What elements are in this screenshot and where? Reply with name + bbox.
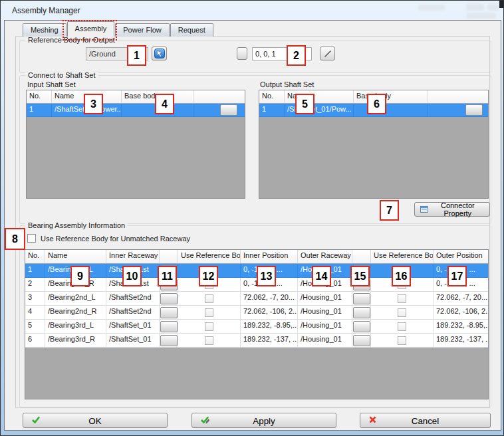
- table-row[interactable]: 1/ShaftSet1st/Power...: [27, 104, 245, 117]
- use-reference-outer-checkbox[interactable]: [398, 308, 406, 317]
- cell-name: /ShaftSet_01/Pow...: [285, 104, 354, 117]
- inner-raceway-browse-button[interactable]: [160, 265, 178, 276]
- use-reference-outer-checkbox[interactable]: [398, 294, 406, 303]
- table-row[interactable]: 6/Bearing3rd_R/ShaftSet_01189.232, -137,…: [25, 334, 488, 348]
- select-body-icon: [154, 49, 165, 58]
- cell-use-reference-inner: [178, 320, 241, 334]
- cancel-button[interactable]: Cancel: [360, 413, 491, 428]
- tab-request[interactable]: Request: [170, 23, 213, 37]
- table-row[interactable]: 3/Bearing2nd_L/ShaftSet2nd72.062, -7, 20…: [25, 292, 488, 306]
- cell-inner-browse: [160, 306, 178, 320]
- cell-name: /Bearing1st_R: [45, 278, 106, 292]
- cell-outer-browse: [352, 264, 371, 278]
- cell-outer-raceway: /Housing_01: [298, 334, 352, 348]
- column-header: No.: [27, 90, 52, 104]
- background-window-artifact: [487, 4, 499, 11]
- select-body-button[interactable]: [152, 47, 167, 60]
- column-header: Use Reference Body: [178, 250, 241, 264]
- cell-outer-browse: [352, 292, 371, 306]
- cell-name: /Bearing2nd_R: [45, 306, 106, 320]
- cell-inner-browse: [160, 334, 178, 348]
- row-browse-button[interactable]: [220, 104, 237, 116]
- table-row[interactable]: 2/Bearing1st_R/ShaftSet1st0, -105.3, ...…: [25, 278, 488, 292]
- cell-use-reference-outer: [371, 278, 434, 292]
- table-row[interactable]: 1/ShaftSet_01/Pow...: [259, 104, 488, 117]
- cell-use-reference-inner: [178, 264, 241, 278]
- use-reference-outer-checkbox[interactable]: [398, 267, 406, 275]
- table-row[interactable]: 4/Bearing2nd_R/ShaftSet2nd72.062, -106, …: [25, 306, 488, 320]
- use-reference-outer-checkbox[interactable]: [398, 322, 406, 331]
- outer-raceway-browse-button[interactable]: [353, 293, 370, 304]
- reference-body-input[interactable]: [86, 47, 148, 60]
- tab-meshing[interactable]: Meshing: [23, 23, 66, 37]
- cell-actions: [428, 104, 489, 117]
- cell-inner-raceway: /ShaftSet_01: [106, 320, 160, 334]
- column-header: No.: [259, 90, 285, 104]
- outer-raceway-browse-button[interactable]: [353, 265, 370, 276]
- inner-raceway-browse-button[interactable]: [160, 321, 178, 332]
- row-browse-button[interactable]: [465, 104, 483, 116]
- cell-outer-position: 72.062, -106, 2...: [434, 306, 489, 320]
- assembly-manager-window: Assembly Manager MeshingAssemblyPower Fl…: [0, 0, 504, 436]
- use-reference-inner-checkbox[interactable]: [205, 336, 213, 345]
- use-reference-inner-checkbox[interactable]: [205, 267, 213, 275]
- use-reference-inner-checkbox[interactable]: [205, 308, 213, 317]
- edit-vector-button[interactable]: [320, 47, 335, 60]
- titlebar[interactable]: Assembly Manager: [1, 1, 503, 20]
- cell-use-reference-inner: [178, 292, 241, 306]
- cell-inner-position: 0, -155.3, ...: [241, 264, 298, 278]
- cell-use-reference-inner: [178, 278, 241, 292]
- active-tab-highlight: [63, 20, 117, 41]
- use-reference-inner-checkbox[interactable]: [205, 294, 213, 303]
- tab-power-flow[interactable]: Power Flow: [115, 23, 169, 37]
- unmatched-raceway-checkbox[interactable]: [27, 234, 36, 243]
- cell-outer-browse: [352, 278, 371, 292]
- apply-button[interactable]: Apply: [191, 413, 336, 428]
- column-header: Base body: [354, 90, 428, 104]
- column-header: Inner Raceway: [106, 250, 160, 264]
- reference-vector-input[interactable]: [252, 47, 312, 60]
- cell-outer-position: 72.062, -7, 20...: [434, 292, 489, 306]
- column-header: No.: [25, 250, 45, 264]
- column-header: Name: [45, 250, 106, 264]
- inner-raceway-browse-button[interactable]: [160, 307, 178, 318]
- table-header-row: No.NameInner RacewayUse Reference BodyIn…: [25, 250, 488, 264]
- connector-property-label: Connector Property: [432, 201, 484, 217]
- cell-use-reference-inner: [178, 306, 241, 320]
- use-reference-outer-checkbox[interactable]: [398, 280, 406, 289]
- cell-inner-raceway: /ShaftSet1st: [106, 278, 160, 292]
- use-reference-inner-checkbox[interactable]: [205, 322, 213, 331]
- cell-inner-raceway: /ShaftSet2nd: [106, 292, 160, 306]
- input-shaft-set-label: Input Shaft Set: [27, 80, 76, 88]
- column-header: Outer Position: [434, 250, 489, 264]
- cell-inner-position: 189.232, -8.95,...: [241, 320, 298, 334]
- table-row[interactable]: 5/Bearing3rd_L/ShaftSet_01189.232, -8.95…: [25, 320, 488, 334]
- background-window-artifact: [467, 13, 496, 19]
- use-reference-outer-checkbox[interactable]: [398, 336, 406, 345]
- cell-outer-raceway: /Housing_01: [298, 306, 352, 320]
- column-header: Outer Raceway: [298, 250, 352, 264]
- inner-raceway-browse-button[interactable]: [160, 335, 178, 346]
- vector-toggle-button[interactable]: [237, 47, 247, 60]
- tab-bar: MeshingAssemblyPower FlowRequest: [23, 21, 214, 37]
- outer-raceway-browse-button[interactable]: [353, 279, 370, 290]
- outer-raceway-browse-button[interactable]: [353, 335, 370, 346]
- cell-outer-raceway: /Housing_01: [298, 320, 352, 334]
- inner-raceway-browse-button[interactable]: [160, 293, 178, 304]
- inner-raceway-browse-button[interactable]: [160, 279, 178, 290]
- cell-inner-raceway: /ShaftSet2nd: [106, 306, 160, 320]
- cell-inner-browse: [160, 320, 178, 334]
- table-row[interactable]: 1/Bearing1st_L/ShaftSet1st0, -155.3, ...…: [25, 264, 488, 278]
- use-reference-inner-checkbox[interactable]: [205, 280, 213, 289]
- cell-outer-position: 189.232, -137, ...: [434, 334, 489, 348]
- column-header: [352, 250, 371, 264]
- outer-raceway-browse-button[interactable]: [353, 321, 370, 332]
- cell-outer-browse: [352, 306, 371, 320]
- output-shaft-set-label: Output Shaft Set: [260, 80, 314, 88]
- connector-property-button[interactable]: Connector Property: [414, 202, 490, 217]
- ok-button[interactable]: OK: [23, 413, 168, 428]
- apply-button-label: Apply: [192, 416, 336, 426]
- column-header: [428, 90, 489, 104]
- cell-inner-browse: [160, 264, 178, 278]
- outer-raceway-browse-button[interactable]: [353, 307, 370, 318]
